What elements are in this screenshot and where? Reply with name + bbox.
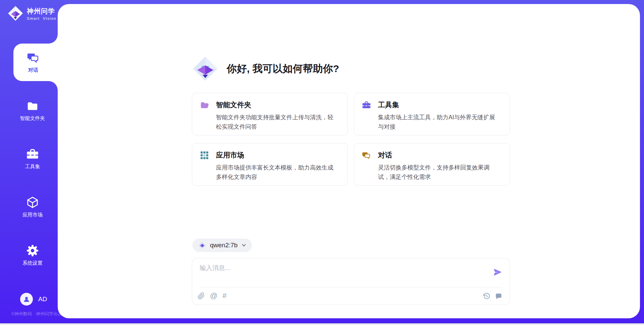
welcome-block: 你好, 我可以如何帮助你? [192,55,339,82]
card-description: 灵活切换多模型文件，支持多样回复效果调试，满足个性化需求 [378,163,501,182]
sidebar-item-smart-folder[interactable]: 智能文件夹 [0,92,58,129]
model-name: qwen2:7b [210,242,237,249]
card-toolset[interactable]: 工具集 集成市场上主流工具，助力AI与外界无缝扩展与对接 [354,93,510,135]
brand: 神州问学 Smart Vision [7,5,56,21]
sidebar-item-label: 应用市场 [22,212,43,218]
chevron-down-icon [241,243,246,248]
card-head: 工具集 [362,100,501,110]
sidebar-item-app-market[interactable]: 应用市场 [0,188,58,226]
user-name: AD [38,296,47,303]
at-icon: @ [210,292,217,300]
sidebar-item-settings[interactable]: 系统设置 [0,237,58,274]
card-title: 智能文件夹 [216,100,251,110]
avatar [20,293,33,306]
copyright: ©神州数码 · 神州问学出品 [11,311,64,317]
page-bottom-strip [0,323,644,325]
folder-open-icon [200,101,209,110]
grid-icon [200,151,209,160]
sidebar-item-toolset[interactable]: 工具集 [0,140,58,178]
gear-icon [26,244,39,257]
brand-name: 神州问学 [27,7,56,16]
sidebar-item-label: 对话 [28,67,38,73]
card-head: 应用市场 [200,150,339,160]
sidebar: 神州问学 Smart Vision 对话 智能文件夹 工具集 [0,0,58,325]
history-icon [483,292,490,300]
topic-button[interactable]: # [222,292,226,300]
sidebar-item-label: 智能文件夹 [20,115,45,122]
brand-logo-icon [7,5,23,21]
send-icon [493,268,502,277]
composer-tools-right [483,292,502,300]
composer-tools-left: @ # [198,292,227,300]
mention-button[interactable]: @ [210,292,217,300]
hash-icon: # [222,292,226,300]
brand-text: 神州问学 Smart Vision [27,7,56,20]
brand-subtitle: Smart Vision [27,16,56,20]
card-head: 对话 [362,150,501,160]
chat-icon [362,151,371,160]
attach-button[interactable] [198,292,205,300]
card-description: 智能文件夹功能支持批量文件上传与清洗，轻松实现文件问答 [216,113,339,131]
user-row[interactable]: AD [20,293,47,306]
card-description: 应用市场提供丰富长文本模板，助力高效生成多样化文章内容 [216,163,339,182]
sidebar-item-chat[interactable]: 对话 [13,44,58,81]
main-panel: 你好, 我可以如何帮助你? 智能文件夹 智能文件夹功能支持批量文件上传与清洗，轻… [58,4,640,318]
folder-icon [26,100,39,112]
sidebar-item-label: 工具集 [25,164,40,170]
chat-bubble-button[interactable] [495,292,502,300]
cube-icon [26,196,39,209]
card-title: 应用市场 [216,150,244,160]
card-title: 对话 [378,150,392,160]
person-icon [23,296,30,303]
send-button[interactable] [493,268,502,277]
chat-bubble-icon [495,292,502,300]
toolbox-icon [362,101,371,110]
card-title: 工具集 [378,100,399,110]
card-chat[interactable]: 对话 灵活切换多模型文件，支持多样回复效果调试，满足个性化需求 [354,143,510,186]
main-content: 你好, 我可以如何帮助你? 智能文件夹 智能文件夹功能支持批量文件上传与清洗，轻… [192,4,510,318]
feature-cards: 智能文件夹 智能文件夹功能支持批量文件上传与清洗，轻松实现文件问答 工具集 集成… [192,93,510,186]
card-head: 智能文件夹 [200,100,339,110]
chat-icon [27,51,40,64]
paperclip-icon [198,292,205,300]
app-logo-icon [192,55,219,82]
card-app-market[interactable]: 应用市场 应用市场提供丰富长文本模板，助力高效生成多样化文章内容 [192,143,348,186]
page-title: 你好, 我可以如何帮助你? [227,62,339,76]
toolbox-icon [26,148,39,160]
card-smart-folder[interactable]: 智能文件夹 智能文件夹功能支持批量文件上传与清洗，轻松实现文件问答 [192,93,348,135]
history-button[interactable] [483,292,490,300]
sidebar-nav: 对话 智能文件夹 工具集 应用市场 [0,44,58,285]
model-logo-icon [198,242,206,249]
card-description: 集成市场上主流工具，助力AI与外界无缝扩展与对接 [378,113,501,131]
sidebar-item-label: 系统设置 [22,260,43,266]
message-composer: @ # [192,258,510,305]
model-selector[interactable]: qwen2:7b [193,239,252,252]
message-input[interactable] [200,264,488,284]
composer-toolbar: @ # [198,287,502,304]
